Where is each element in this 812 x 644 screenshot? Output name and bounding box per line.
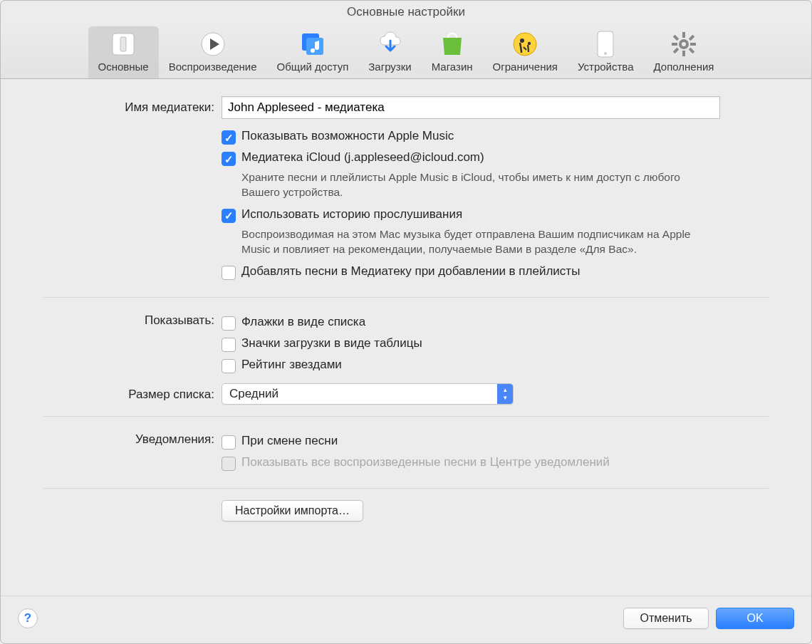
svg-rect-14 xyxy=(672,43,677,46)
tab-general[interactable]: Основные xyxy=(88,26,159,78)
help-button[interactable]: ? xyxy=(18,608,38,628)
play-icon xyxy=(198,29,228,59)
icloud-library-label: Медиатека iCloud (j.appleseed@icloud.com… xyxy=(241,150,484,165)
footer: ? Отменить OK xyxy=(1,596,811,643)
ok-button[interactable]: OK xyxy=(716,608,794,629)
tab-label: Воспроизведение xyxy=(169,61,257,73)
nc-all-checkbox xyxy=(222,457,236,471)
icloud-library-desc: Храните песни и плейлисты Apple Music в … xyxy=(241,170,719,200)
notifications-label: Уведомления: xyxy=(43,428,222,447)
svg-rect-12 xyxy=(682,32,685,38)
svg-point-10 xyxy=(604,52,607,55)
list-flags-label: Флажки в виде списка xyxy=(241,315,365,329)
svg-point-8 xyxy=(528,42,531,45)
list-size-value: Средний xyxy=(229,387,279,401)
window-title: Основные настройки xyxy=(1,1,811,22)
divider xyxy=(43,297,769,298)
add-songs-checkbox[interactable] xyxy=(222,266,236,280)
tab-playback[interactable]: Воспроизведение xyxy=(159,26,267,78)
nc-all-label: Показывать все воспроизведенные песни в … xyxy=(241,455,610,469)
svg-rect-17 xyxy=(689,48,694,53)
select-arrows-icon xyxy=(497,384,513,404)
add-songs-label: Добавлять песни в Медиатеку при добавлен… xyxy=(241,264,580,279)
listening-history-checkbox[interactable] xyxy=(222,209,236,223)
tab-downloads[interactable]: Загрузки xyxy=(358,26,421,78)
icloud-library-checkbox[interactable] xyxy=(222,152,236,166)
svg-point-7 xyxy=(520,38,524,43)
music-share-icon xyxy=(298,29,328,59)
download-cloud-icon xyxy=(375,29,405,59)
list-flags-checkbox[interactable] xyxy=(222,316,236,331)
svg-rect-1 xyxy=(120,37,126,51)
tab-label: Ограничения xyxy=(493,61,558,73)
svg-rect-16 xyxy=(673,35,679,41)
song-change-checkbox[interactable] xyxy=(222,435,236,450)
divider xyxy=(43,416,769,417)
divider xyxy=(43,488,769,489)
preferences-window: Основные настройки Основные Воспроизведе… xyxy=(0,0,812,644)
import-settings-button[interactable]: Настройки импорта… xyxy=(222,500,363,521)
tab-label: Загрузки xyxy=(368,61,411,73)
svg-rect-18 xyxy=(673,48,679,53)
apple-music-label: Показывать возможности Apple Music xyxy=(241,129,454,143)
download-icons-label: Значки загрузки в виде таблицы xyxy=(241,336,422,350)
star-rating-label: Рейтинг звездами xyxy=(241,358,342,372)
listening-history-desc: Воспроизводимая на этом Mac музыка будет… xyxy=(241,227,719,257)
cancel-button[interactable]: Отменить xyxy=(623,608,709,629)
download-icons-checkbox[interactable] xyxy=(222,338,236,352)
toolbar: Основные Воспроизведение Общий доступ За… xyxy=(1,22,811,79)
svg-rect-19 xyxy=(689,35,694,41)
content-area: Имя медиатеки: Показывать возможности Ap… xyxy=(1,79,811,583)
gear-icon xyxy=(669,29,699,59)
tab-label: Устройства xyxy=(578,61,633,73)
show-label: Показывать: xyxy=(43,309,222,328)
device-icon xyxy=(590,29,620,59)
library-name-label: Имя медиатеки: xyxy=(43,96,222,115)
parental-icon xyxy=(510,29,540,59)
tab-restrictions[interactable]: Ограничения xyxy=(483,26,568,78)
svg-point-20 xyxy=(682,42,686,46)
listening-history-label: Использовать историю прослушивания xyxy=(241,207,462,222)
tab-advanced[interactable]: Дополнения xyxy=(643,26,724,78)
tab-label: Основные xyxy=(98,61,149,73)
tab-store[interactable]: Магазин xyxy=(422,26,483,78)
svg-rect-15 xyxy=(690,43,696,46)
switch-icon xyxy=(108,29,138,59)
svg-point-6 xyxy=(514,33,536,56)
library-name-input[interactable] xyxy=(222,96,720,119)
tab-label: Дополнения xyxy=(653,61,714,73)
store-bag-icon xyxy=(437,29,467,59)
tab-devices[interactable]: Устройства xyxy=(568,26,643,78)
tab-sharing[interactable]: Общий доступ xyxy=(267,26,359,78)
list-size-select[interactable]: Средний xyxy=(222,383,514,405)
tab-label: Общий доступ xyxy=(277,61,349,73)
list-size-label: Размер списка: xyxy=(43,383,222,402)
song-change-label: При смене песни xyxy=(241,434,338,448)
apple-music-checkbox[interactable] xyxy=(222,130,236,145)
tab-label: Магазин xyxy=(432,61,473,73)
star-rating-checkbox[interactable] xyxy=(222,359,236,373)
svg-rect-13 xyxy=(682,51,685,56)
